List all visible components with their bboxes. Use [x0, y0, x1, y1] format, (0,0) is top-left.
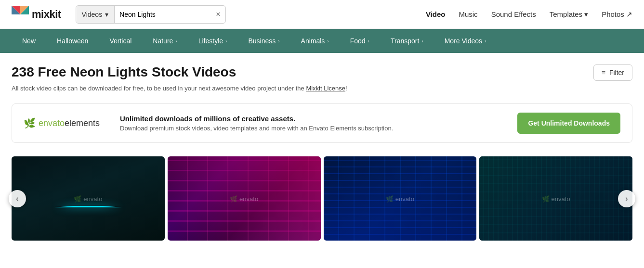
- dropdown-chevron-icon: ▾: [105, 11, 108, 18]
- search-input[interactable]: [115, 11, 211, 18]
- envato-logo: 🌿 envatoelements: [24, 117, 110, 129]
- category-nav: New Halloween Vertical Nature › Lifestyl…: [0, 29, 644, 53]
- watermark-1: 🌿envato: [74, 195, 102, 202]
- cat-food[interactable]: Food ›: [340, 29, 380, 53]
- watermark-2: 🌿envato: [230, 195, 258, 202]
- nav-music[interactable]: Music: [459, 10, 477, 18]
- nav-video[interactable]: Video: [426, 10, 446, 18]
- nav-templates[interactable]: Templates ▾: [550, 10, 588, 19]
- carousel-prev-button[interactable]: ‹: [9, 190, 26, 207]
- filter-button[interactable]: ≡ Filter: [593, 64, 632, 81]
- header: mixkit Videos ▾ × Video Music Sound Effe…: [0, 0, 644, 29]
- templates-chevron-icon: ▾: [584, 10, 588, 19]
- transport-chevron-icon: ›: [421, 38, 423, 44]
- lifestyle-chevron-icon: ›: [225, 38, 227, 44]
- search-bar: Videos ▾ ×: [76, 5, 226, 24]
- search-type-dropdown[interactable]: Videos ▾: [76, 6, 115, 23]
- nav-photos[interactable]: Photos ↗: [602, 10, 632, 19]
- search-type-label: Videos: [82, 11, 103, 18]
- cat-nature[interactable]: Nature ›: [142, 29, 187, 53]
- video-grid: 🌿envato 🌿envato 🌿envato 🌿envato: [12, 156, 632, 241]
- content-area: 238 Free Neon Lights Stock Videos ≡ Filt…: [0, 53, 644, 241]
- cat-business[interactable]: Business ›: [237, 29, 290, 53]
- page-subtitle: All stock video clips can be downloaded …: [12, 85, 632, 92]
- video-card-4[interactable]: 🌿envato: [479, 156, 632, 241]
- video-grid-wrapper: ‹ 🌿envato 🌿envato 🌿envato 🌿envato: [12, 156, 632, 241]
- license-link[interactable]: Mixkit License: [306, 85, 345, 92]
- header-nav: Video Music Sound Effects Templates ▾ Ph…: [426, 10, 632, 19]
- carousel-next-button[interactable]: ›: [618, 190, 635, 207]
- logo-icon: [12, 6, 29, 23]
- nature-chevron-icon: ›: [175, 38, 177, 44]
- cat-animals[interactable]: Animals ›: [290, 29, 340, 53]
- cat-more-videos[interactable]: More Videos ›: [434, 29, 497, 53]
- search-clear-button[interactable]: ×: [211, 10, 225, 19]
- logo[interactable]: mixkit: [12, 6, 61, 23]
- video-card-2[interactable]: 🌿envato: [168, 156, 321, 241]
- envato-leaf-icon: 🌿: [24, 117, 36, 129]
- cat-vertical[interactable]: Vertical: [99, 29, 142, 53]
- cat-new[interactable]: New: [12, 29, 46, 53]
- watermark-3: 🌿envato: [386, 195, 414, 202]
- page-title-area: 238 Free Neon Lights Stock Videos ≡ Filt…: [12, 64, 632, 81]
- watermark-4: 🌿envato: [542, 195, 570, 202]
- cat-halloween[interactable]: Halloween: [46, 29, 99, 53]
- logo-text: mixkit: [32, 8, 61, 21]
- filter-icon: ≡: [602, 69, 605, 77]
- animals-chevron-icon: ›: [327, 38, 329, 44]
- video-card-1[interactable]: 🌿envato: [12, 156, 165, 241]
- video-card-3[interactable]: 🌿envato: [324, 156, 477, 241]
- get-unlimited-downloads-button[interactable]: Get Unlimited Downloads: [517, 113, 620, 134]
- cat-transport[interactable]: Transport ›: [380, 29, 434, 53]
- envato-banner: 🌿 envatoelements Unlimited downloads of …: [12, 103, 632, 143]
- envato-info: Unlimited downloads of millions of creat…: [120, 115, 508, 132]
- cat-lifestyle[interactable]: Lifestyle ›: [188, 29, 238, 53]
- nav-sound-effects[interactable]: Sound Effects: [491, 10, 536, 18]
- page-title: 238 Free Neon Lights Stock Videos: [12, 64, 236, 80]
- more-videos-chevron-icon: ›: [485, 38, 486, 44]
- food-chevron-icon: ›: [368, 38, 369, 44]
- business-chevron-icon: ›: [278, 38, 279, 44]
